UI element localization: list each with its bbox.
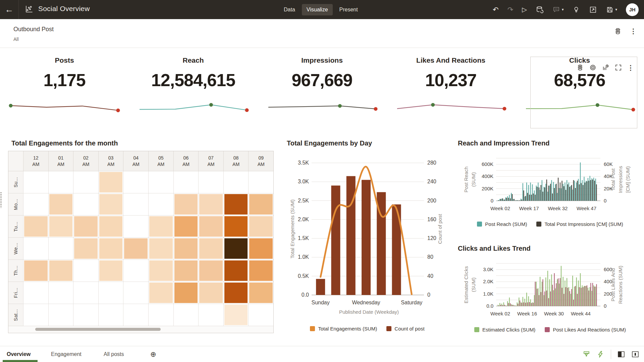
heatmap-cell[interactable] [248, 304, 273, 326]
heatmap-cell[interactable] [48, 238, 73, 260]
heatmap-cell[interactable] [248, 282, 273, 304]
heatmap-cell[interactable] [123, 304, 148, 326]
heatmap-cell[interactable] [73, 216, 98, 238]
heatmap-cell[interactable] [123, 171, 148, 193]
heatmap-cell[interactable] [173, 171, 199, 193]
mode-tab-present[interactable]: Present [335, 4, 363, 15]
heatmap-cell[interactable] [98, 171, 123, 193]
clicks-chart-plot[interactable]: 0.01.0K2.0K3.0K0200400600Week 02Week 16W… [458, 255, 642, 323]
heatmap-cell[interactable] [73, 238, 98, 260]
heatmap-cell[interactable] [198, 282, 223, 304]
heatmap-cell[interactable] [123, 282, 148, 304]
add-canvas-button[interactable]: ⊕ [150, 346, 156, 362]
preview-play-icon[interactable]: ▷ [522, 6, 527, 13]
heatmap-cell[interactable] [198, 304, 223, 326]
limit-values-icon[interactable] [576, 64, 584, 71]
heatmap-cell[interactable] [98, 260, 123, 282]
filter-value[interactable]: All [13, 37, 19, 42]
data-panel-toggle-icon[interactable] [631, 350, 639, 358]
tile-kebab-menu-icon[interactable]: ⋮ [627, 64, 634, 71]
heatmap-cell[interactable] [23, 238, 48, 260]
day-chart-plot[interactable]: 0.000.5K401.0K801.5K1202.0K1602.5K2003.0… [287, 151, 448, 315]
heatmap-cell[interactable] [223, 238, 249, 260]
canvas-style-brush-icon[interactable] [583, 350, 591, 358]
heatmap-cell[interactable] [148, 282, 173, 304]
heatmap-hscrollbar[interactable] [8, 326, 273, 333]
heatmap-cell[interactable] [148, 171, 173, 193]
heatmap-cell[interactable] [73, 304, 98, 326]
maximize-icon[interactable] [614, 64, 622, 71]
refresh-data-icon[interactable] [536, 6, 544, 14]
heatmap-cell[interactable] [198, 216, 223, 238]
heatmap-cell[interactable] [23, 193, 48, 216]
heatmap-cell[interactable] [173, 238, 199, 260]
heatmap-cell[interactable] [198, 238, 223, 260]
heatmap-cell[interactable] [123, 238, 148, 260]
heatmap-cell[interactable] [123, 260, 148, 282]
heatmap-cell[interactable] [248, 193, 273, 216]
heatmap-cell[interactable] [48, 171, 73, 193]
heatmap-cell[interactable] [173, 282, 199, 304]
kpi-tile-posts[interactable]: Posts1,175 [0, 48, 129, 132]
heatmap-cell[interactable] [173, 193, 199, 216]
canvas-tab-overview[interactable]: Overview [7, 346, 31, 362]
heatmap-cell[interactable] [148, 238, 173, 260]
auto-insights-bolt-icon[interactable] [597, 350, 605, 358]
scrollbar-thumb[interactable] [35, 328, 161, 331]
heatmap-cell[interactable] [198, 193, 223, 216]
kpi-tile-clicks[interactable]: Clicks68,576⋮ [515, 48, 644, 132]
insights-lightbulb-icon[interactable] [572, 6, 580, 14]
heatmap-cell[interactable] [73, 282, 98, 304]
mode-tab-visualize[interactable]: Visualize [302, 4, 333, 15]
heatmap-cell[interactable] [248, 171, 273, 193]
export-icon[interactable] [589, 6, 597, 14]
chart-refresh-icon[interactable] [602, 64, 609, 71]
heatmap-cell[interactable] [223, 282, 249, 304]
heatmap-cell[interactable] [248, 238, 273, 260]
kpi-tile-reach[interactable]: Reach12,584,615 [129, 48, 258, 132]
heatmap-cell[interactable] [248, 216, 273, 238]
reach-chart-plot[interactable]: 0200K400K600K020K40K60KWeek 02Week 17Wee… [458, 149, 642, 218]
heatmap-cell[interactable] [223, 193, 249, 216]
kpi-tile-impressions[interactable]: Impressions967,669 [258, 48, 386, 132]
comments-menu[interactable]: ▾ [552, 6, 564, 14]
redo-icon[interactable]: ↷ [507, 6, 514, 13]
canvas-tab-engagement[interactable]: Engagement [51, 346, 82, 362]
heatmap-cell[interactable] [48, 260, 73, 282]
canvas-tab-all-posts[interactable]: All posts [104, 346, 124, 362]
save-menu[interactable]: ▾ [606, 6, 617, 14]
heatmap-cell[interactable] [223, 216, 249, 238]
heatmap-cell[interactable] [23, 282, 48, 304]
kpi-tile-likes-and-reactions[interactable]: Likes And Reactions10,237 [386, 48, 515, 132]
heatmap-cell[interactable] [23, 260, 48, 282]
heatmap-cell[interactable] [173, 260, 199, 282]
limit-values-icon[interactable] [614, 27, 622, 35]
heatmap-cell[interactable] [173, 304, 199, 326]
heatmap-cell[interactable] [48, 304, 73, 326]
heatmap-cell[interactable] [148, 260, 173, 282]
panel-drag-handle[interactable] [0, 192, 2, 208]
heatmap-cell[interactable] [148, 216, 173, 238]
grammar-panel-toggle-icon[interactable] [617, 350, 625, 358]
heatmap-cell[interactable] [173, 216, 199, 238]
mode-tab-data[interactable]: Data [279, 4, 300, 15]
heatmap-cell[interactable] [223, 171, 249, 193]
heatmap-cell[interactable] [123, 193, 148, 216]
heatmap-cell[interactable] [48, 216, 73, 238]
heatmap-cell[interactable] [73, 193, 98, 216]
heatmap-cell[interactable] [223, 260, 249, 282]
heatmap-cell[interactable] [198, 260, 223, 282]
heatmap-cell[interactable] [148, 193, 173, 216]
user-avatar[interactable]: JH [626, 3, 639, 16]
heatmap-cell[interactable] [198, 171, 223, 193]
heatmap-cell[interactable] [248, 260, 273, 282]
heatmap-cell[interactable] [23, 216, 48, 238]
filter-name[interactable]: Outbound Post [13, 26, 54, 33]
heatmap-cell[interactable] [23, 304, 48, 326]
heatmap-cell[interactable] [98, 304, 123, 326]
heatmap-cell[interactable] [98, 193, 123, 216]
heatmap-cell[interactable] [48, 193, 73, 216]
heatmap-cell[interactable] [148, 304, 173, 326]
heatmap-cell[interactable] [48, 282, 73, 304]
heatmap-cell[interactable] [98, 216, 123, 238]
